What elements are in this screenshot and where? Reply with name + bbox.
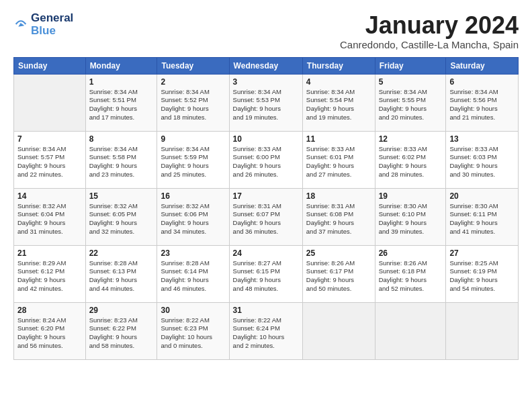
calendar-body: 1Sunrise: 8:34 AM Sunset: 5:51 PM Daylig…	[14, 74, 519, 359]
day-number: 8	[89, 134, 154, 144]
calendar-cell: 2Sunrise: 8:34 AM Sunset: 5:52 PM Daylig…	[157, 74, 229, 131]
day-number: 1	[89, 77, 154, 87]
day-info: Sunrise: 8:31 AM Sunset: 6:07 PM Dayligh…	[233, 202, 299, 236]
calendar-cell: 19Sunrise: 8:30 AM Sunset: 6:10 PM Dayli…	[375, 188, 446, 245]
calendar-cell: 1Sunrise: 8:34 AM Sunset: 5:51 PM Daylig…	[85, 74, 157, 131]
weekday-header: Sunday	[14, 57, 86, 74]
calendar-cell: 12Sunrise: 8:33 AM Sunset: 6:02 PM Dayli…	[375, 131, 446, 188]
calendar-week-row: 28Sunrise: 8:24 AM Sunset: 6:20 PM Dayli…	[14, 302, 519, 359]
day-number: 5	[379, 77, 443, 87]
calendar-cell: 3Sunrise: 8:34 AM Sunset: 5:53 PM Daylig…	[229, 74, 302, 131]
calendar-cell: 26Sunrise: 8:26 AM Sunset: 6:18 PM Dayli…	[375, 245, 446, 302]
weekday-header: Saturday	[446, 57, 519, 74]
calendar-cell: 14Sunrise: 8:32 AM Sunset: 6:04 PM Dayli…	[14, 188, 86, 245]
calendar-cell: 13Sunrise: 8:33 AM Sunset: 6:03 PM Dayli…	[446, 131, 519, 188]
title-block: January 2024 Canredondo, Castille-La Man…	[340, 12, 519, 50]
calendar-cell: 23Sunrise: 8:28 AM Sunset: 6:14 PM Dayli…	[157, 245, 229, 302]
day-info: Sunrise: 8:28 AM Sunset: 6:14 PM Dayligh…	[161, 259, 225, 293]
calendar-cell: 27Sunrise: 8:25 AM Sunset: 6:19 PM Dayli…	[446, 245, 519, 302]
day-number: 22	[89, 248, 154, 258]
day-number: 27	[449, 248, 515, 258]
day-number: 3	[233, 77, 299, 87]
calendar-cell	[14, 74, 86, 131]
weekday-header: Tuesday	[157, 57, 229, 74]
day-number: 7	[17, 134, 82, 144]
day-number: 19	[379, 191, 443, 201]
month-title: January 2024	[340, 12, 519, 39]
day-info: Sunrise: 8:28 AM Sunset: 6:13 PM Dayligh…	[89, 259, 154, 293]
calendar-cell: 20Sunrise: 8:30 AM Sunset: 6:11 PM Dayli…	[446, 188, 519, 245]
day-number: 14	[17, 191, 82, 201]
day-info: Sunrise: 8:27 AM Sunset: 6:15 PM Dayligh…	[233, 259, 299, 293]
day-number: 26	[379, 248, 443, 258]
day-number: 31	[233, 306, 299, 315]
calendar-cell	[375, 302, 446, 359]
calendar-cell: 18Sunrise: 8:31 AM Sunset: 6:08 PM Dayli…	[302, 188, 375, 245]
day-number: 9	[161, 134, 225, 144]
day-info: Sunrise: 8:22 AM Sunset: 6:24 PM Dayligh…	[233, 316, 299, 351]
svg-point-0	[20, 23, 22, 25]
day-number: 23	[161, 248, 225, 258]
weekday-header: Wednesday	[229, 57, 302, 74]
day-number: 10	[233, 134, 299, 144]
calendar-cell: 21Sunrise: 8:29 AM Sunset: 6:12 PM Dayli…	[14, 245, 86, 302]
weekday-header: Thursday	[302, 57, 375, 74]
calendar-cell: 16Sunrise: 8:32 AM Sunset: 6:06 PM Dayli…	[157, 188, 229, 245]
logo: General Blue	[13, 12, 73, 37]
day-number: 6	[449, 77, 515, 87]
day-info: Sunrise: 8:30 AM Sunset: 6:11 PM Dayligh…	[449, 202, 515, 236]
logo-text: General Blue	[31, 12, 73, 37]
day-info: Sunrise: 8:34 AM Sunset: 5:55 PM Dayligh…	[379, 88, 443, 122]
calendar-week-row: 7Sunrise: 8:34 AM Sunset: 5:57 PM Daylig…	[14, 131, 519, 188]
calendar-cell: 11Sunrise: 8:33 AM Sunset: 6:01 PM Dayli…	[302, 131, 375, 188]
day-number: 25	[306, 248, 371, 258]
day-info: Sunrise: 8:34 AM Sunset: 5:59 PM Dayligh…	[161, 145, 225, 179]
day-info: Sunrise: 8:34 AM Sunset: 5:58 PM Dayligh…	[89, 145, 154, 179]
day-number: 4	[306, 77, 371, 87]
day-info: Sunrise: 8:32 AM Sunset: 6:05 PM Dayligh…	[89, 202, 154, 236]
day-info: Sunrise: 8:26 AM Sunset: 6:18 PM Dayligh…	[379, 259, 443, 293]
day-number: 20	[449, 191, 515, 201]
day-info: Sunrise: 8:34 AM Sunset: 5:51 PM Dayligh…	[89, 88, 154, 122]
day-info: Sunrise: 8:26 AM Sunset: 6:17 PM Dayligh…	[306, 259, 371, 293]
calendar-cell: 15Sunrise: 8:32 AM Sunset: 6:05 PM Dayli…	[85, 188, 157, 245]
day-number: 24	[233, 248, 299, 258]
calendar-cell: 28Sunrise: 8:24 AM Sunset: 6:20 PM Dayli…	[14, 302, 86, 359]
day-info: Sunrise: 8:34 AM Sunset: 5:57 PM Dayligh…	[17, 145, 82, 179]
day-info: Sunrise: 8:34 AM Sunset: 5:54 PM Dayligh…	[306, 88, 371, 122]
calendar-cell: 10Sunrise: 8:33 AM Sunset: 6:00 PM Dayli…	[229, 131, 302, 188]
day-info: Sunrise: 8:31 AM Sunset: 6:08 PM Dayligh…	[306, 202, 371, 236]
day-number: 29	[89, 306, 154, 315]
day-number: 11	[306, 134, 371, 144]
day-info: Sunrise: 8:23 AM Sunset: 6:22 PM Dayligh…	[89, 316, 154, 351]
day-info: Sunrise: 8:33 AM Sunset: 6:00 PM Dayligh…	[233, 145, 299, 179]
day-number: 15	[89, 191, 154, 201]
calendar-cell: 29Sunrise: 8:23 AM Sunset: 6:22 PM Dayli…	[85, 302, 157, 359]
day-info: Sunrise: 8:30 AM Sunset: 6:10 PM Dayligh…	[379, 202, 443, 236]
day-number: 2	[161, 77, 225, 87]
calendar-cell: 6Sunrise: 8:34 AM Sunset: 5:56 PM Daylig…	[446, 74, 519, 131]
calendar-cell: 17Sunrise: 8:31 AM Sunset: 6:07 PM Dayli…	[229, 188, 302, 245]
calendar-cell	[446, 302, 519, 359]
day-info: Sunrise: 8:25 AM Sunset: 6:19 PM Dayligh…	[449, 259, 515, 293]
day-info: Sunrise: 8:32 AM Sunset: 6:04 PM Dayligh…	[17, 202, 82, 236]
day-number: 12	[379, 134, 443, 144]
calendar-cell: 7Sunrise: 8:34 AM Sunset: 5:57 PM Daylig…	[14, 131, 86, 188]
day-number: 21	[17, 248, 82, 258]
weekday-header: Friday	[375, 57, 446, 74]
day-number: 30	[161, 306, 225, 315]
day-info: Sunrise: 8:33 AM Sunset: 6:01 PM Dayligh…	[306, 145, 371, 179]
day-number: 17	[233, 191, 299, 201]
day-number: 18	[306, 191, 371, 201]
day-number: 13	[449, 134, 515, 144]
header: General Blue January 2024 Canredondo, Ca…	[13, 12, 519, 50]
calendar-cell: 25Sunrise: 8:26 AM Sunset: 6:17 PM Dayli…	[302, 245, 375, 302]
weekday-header: Monday	[85, 57, 157, 74]
day-number: 28	[17, 306, 82, 315]
calendar-cell	[302, 302, 375, 359]
day-info: Sunrise: 8:33 AM Sunset: 6:02 PM Dayligh…	[379, 145, 443, 179]
day-number: 16	[161, 191, 225, 201]
day-info: Sunrise: 8:34 AM Sunset: 5:52 PM Dayligh…	[161, 88, 225, 122]
calendar-cell: 31Sunrise: 8:22 AM Sunset: 6:24 PM Dayli…	[229, 302, 302, 359]
calendar-cell: 5Sunrise: 8:34 AM Sunset: 5:55 PM Daylig…	[375, 74, 446, 131]
